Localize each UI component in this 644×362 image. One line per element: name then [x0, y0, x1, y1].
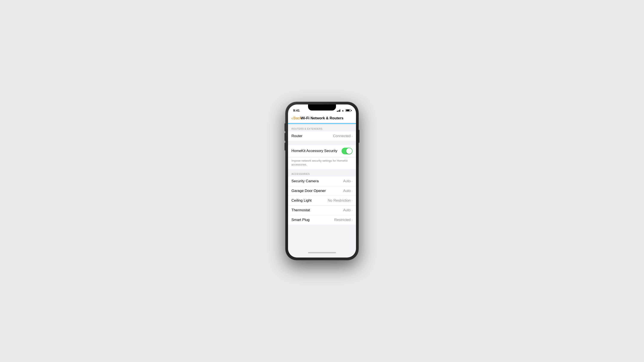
homekit-toggle-row: HomeKit Accessory Security: [288, 145, 356, 157]
garage-door-label: Garage Door Opener: [292, 189, 326, 193]
phone-screen: 9:41 ▲: [288, 104, 356, 258]
security-camera-label: Security Camera: [292, 179, 319, 183]
smart-plug-item[interactable]: Smart Plug Restricted ›: [288, 215, 356, 225]
status-bar: 9:41 ▲: [288, 104, 356, 114]
routers-section: ROUTERS & EXTENDERS Router Connected ›: [288, 124, 356, 141]
toggle-knob: [346, 148, 352, 154]
routers-section-header: ROUTERS & EXTENDERS: [288, 124, 356, 131]
homekit-toggle[interactable]: [342, 148, 352, 154]
ceiling-light-value: No Restriction ›: [328, 198, 352, 203]
thermostat-item[interactable]: Thermostat Auto ›: [288, 206, 356, 215]
home-bar: [308, 252, 336, 253]
accessories-list: Security Camera Auto › Garage Door Opene…: [288, 176, 356, 225]
phone-bezel: 9:41 ▲: [288, 104, 356, 258]
page-title: Wi-Fi Network & Routers: [300, 116, 343, 120]
ceiling-light-label: Ceiling Light: [292, 198, 312, 203]
signal-icon: [337, 109, 340, 112]
smart-plug-chevron-icon: ›: [352, 218, 352, 222]
back-label: Back: [294, 116, 302, 120]
status-time: 9:41: [293, 109, 300, 112]
bottom-spacer: [288, 225, 356, 250]
homekit-description: Impose network security settings for Hom…: [288, 157, 356, 169]
back-chevron-icon: ‹: [292, 116, 293, 120]
accessories-section-header: ACCESSORIES: [288, 169, 356, 176]
battery-icon: [346, 109, 351, 112]
router-value: Connected ›: [333, 134, 352, 138]
security-camera-item[interactable]: Security Camera Auto ›: [288, 176, 356, 186]
router-label: Router: [292, 134, 302, 138]
nav-bar: ‹ Back Wi-Fi Network & Routers: [288, 114, 356, 123]
thermostat-label: Thermostat: [292, 208, 310, 212]
back-button[interactable]: ‹ Back: [292, 116, 301, 120]
spacer-1: [288, 141, 356, 145]
smart-plug-value: Restricted ›: [334, 218, 352, 222]
accessories-section: ACCESSORIES Security Camera Auto › Gar: [288, 169, 356, 225]
routers-list: Router Connected ›: [288, 131, 356, 141]
ceiling-light-item[interactable]: Ceiling Light No Restriction ›: [288, 196, 356, 206]
router-item[interactable]: Router Connected ›: [288, 131, 356, 141]
homekit-group: HomeKit Accessory Security Impose networ…: [288, 145, 356, 169]
router-chevron-icon: ›: [352, 134, 352, 138]
content: ROUTERS & EXTENDERS Router Connected ›: [288, 124, 356, 250]
wifi-icon: ▲: [342, 109, 344, 112]
phone-shell: 9:41 ▲: [286, 102, 358, 260]
thermostat-value: Auto ›: [343, 208, 352, 212]
ceiling-light-chevron-icon: ›: [352, 199, 352, 202]
garage-door-item[interactable]: Garage Door Opener Auto ›: [288, 186, 356, 196]
security-camera-chevron-icon: ›: [352, 179, 352, 183]
notch: [308, 104, 336, 110]
garage-door-chevron-icon: ›: [352, 189, 352, 193]
thermostat-chevron-icon: ›: [352, 209, 352, 212]
garage-door-value: Auto ›: [343, 189, 352, 193]
security-camera-value: Auto ›: [343, 179, 352, 183]
smart-plug-label: Smart Plug: [292, 218, 310, 222]
homekit-toggle-label: HomeKit Accessory Security: [292, 149, 338, 153]
home-indicator: [288, 250, 356, 258]
phone-scene: 9:41 ▲: [286, 102, 358, 260]
status-icons: ▲: [337, 109, 351, 112]
